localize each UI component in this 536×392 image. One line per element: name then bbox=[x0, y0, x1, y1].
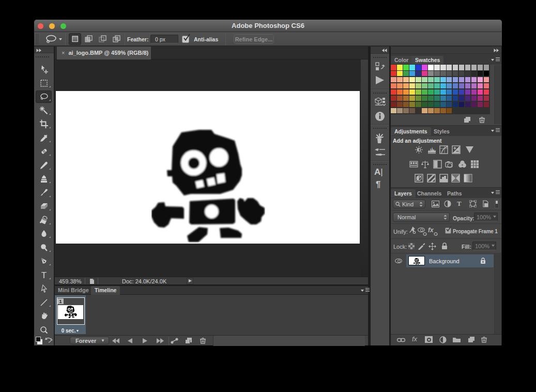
svg-text:T: T bbox=[41, 270, 47, 280]
